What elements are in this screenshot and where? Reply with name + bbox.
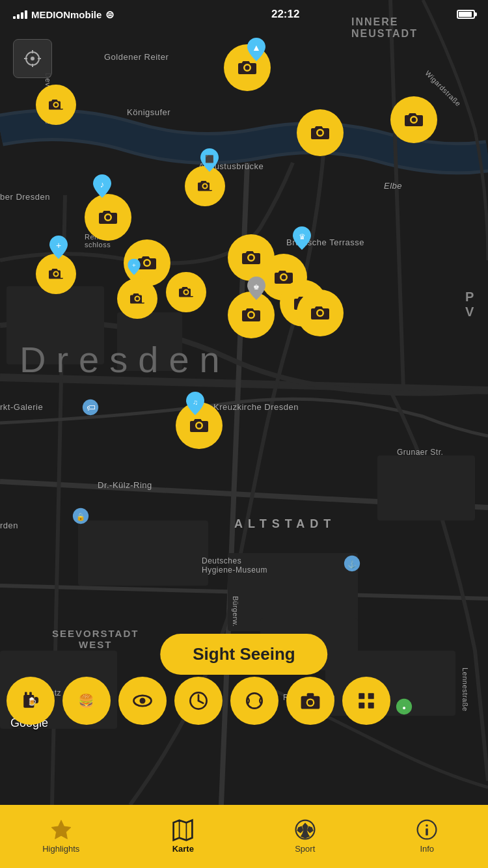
- svg-text:▲: ▲: [252, 42, 261, 53]
- map-marker-camera-11[interactable]: [166, 272, 206, 312]
- svg-marker-63: [297, 826, 303, 834]
- map-icon: [171, 818, 195, 841]
- map-marker-poi-8[interactable]: 🏷: [81, 396, 100, 419]
- carrier-label: MEDIONmobile: [31, 9, 102, 20]
- svg-marker-62: [302, 822, 308, 830]
- map-marker-poi-3[interactable]: +: [49, 236, 68, 259]
- map-marker-camera-6[interactable]: [85, 194, 131, 241]
- label-rden: rden: [0, 521, 18, 530]
- map-marker-camera-5[interactable]: [185, 166, 225, 206]
- soccer-icon: [293, 818, 317, 841]
- nav-item-highlights[interactable]: Highlights: [0, 813, 122, 854]
- svg-text:🍔: 🍔: [78, 693, 94, 709]
- map-marker-poi-5[interactable]: ♛: [293, 226, 311, 250]
- svg-marker-64: [306, 826, 313, 834]
- nav-label-sport: Sport: [295, 844, 315, 854]
- svg-text:🍺: 🍺: [27, 697, 37, 706]
- map-marker-camera-4[interactable]: [390, 96, 437, 143]
- svg-rect-55: [359, 703, 364, 709]
- svg-rect-39: [25, 692, 27, 696]
- map-marker-poi-4[interactable]: +: [128, 258, 141, 275]
- wifi-icon: ⊜: [105, 8, 114, 21]
- status-right: [457, 10, 475, 19]
- svg-text:+: +: [132, 262, 136, 269]
- svg-rect-68: [426, 828, 428, 835]
- info-icon: [415, 818, 439, 841]
- label-goldener-reiter: Goldener Reiter: [104, 52, 169, 62]
- location-button[interactable]: [13, 39, 52, 78]
- clock: 22:12: [271, 8, 299, 21]
- status-bar: MEDIONmobile ⊜ 22:12: [0, 0, 488, 29]
- city-name-label: Dresden: [20, 338, 230, 381]
- nav-item-karte[interactable]: Karte: [122, 813, 245, 854]
- category-btn-schedule[interactable]: [174, 677, 223, 725]
- svg-line-47: [198, 701, 203, 703]
- svg-text:🏷: 🏷: [87, 403, 95, 413]
- svg-rect-9: [78, 521, 208, 586]
- map-marker-poi-7[interactable]: ♫: [186, 392, 204, 415]
- map-marker-camera-3[interactable]: [297, 109, 344, 156]
- district-altstadt: ALTSTADT: [234, 517, 336, 531]
- label-kreuzkirche: Kreuzkirche Dresden: [213, 402, 299, 412]
- nav-label-highlights: Highlights: [42, 844, 79, 854]
- map-marker-poi-2[interactable]: ♪: [93, 174, 111, 198]
- signal-bars: [13, 10, 27, 19]
- label-p: PV: [465, 290, 474, 319]
- compass-icon: [23, 49, 42, 68]
- svg-text:+: +: [56, 240, 61, 251]
- svg-point-16: [31, 57, 34, 61]
- svg-rect-54: [368, 693, 374, 699]
- category-btn-sport[interactable]: [230, 677, 278, 725]
- svg-marker-57: [51, 821, 71, 839]
- svg-point-51: [308, 700, 313, 705]
- label-kulz-ring: Dr.-Külz-Ring: [98, 480, 152, 490]
- map-marker-poi-1[interactable]: ▲: [247, 38, 265, 61]
- svg-rect-40: [29, 692, 32, 696]
- category-btn-camera[interactable]: [286, 677, 334, 725]
- svg-text:🔒: 🔒: [76, 512, 85, 521]
- label-konigsufer: Königsufer: [127, 107, 170, 117]
- nav-item-info[interactable]: Info: [366, 813, 489, 854]
- svg-marker-58: [174, 821, 193, 841]
- svg-text:⬛: ⬛: [205, 154, 214, 163]
- label-grunaer: Grunaer Str.: [397, 448, 443, 457]
- label-rkt-galerie: rkt-Galerie: [0, 402, 43, 412]
- svg-point-44: [140, 698, 146, 704]
- svg-rect-11: [377, 455, 475, 521]
- svg-text:♚: ♚: [253, 283, 260, 291]
- category-btn-food[interactable]: 🍔: [62, 677, 111, 725]
- label-ber-dresden: ber Dresden: [0, 192, 50, 202]
- map-marker-camera-7[interactable]: [36, 254, 76, 294]
- label-hygiene-museum: DeutschesHygiene-Museum: [202, 556, 267, 575]
- svg-rect-52: [307, 693, 314, 696]
- svg-point-67: [426, 824, 428, 827]
- svg-text:♪: ♪: [100, 180, 105, 189]
- label-burgerw: Bürgerw.: [232, 596, 239, 627]
- map-container[interactable]: INNERENEUSTADT Goldener Reiter Königsufe…: [0, 0, 488, 805]
- nav-item-sport[interactable]: Sport: [244, 813, 366, 854]
- svg-text:♛: ♛: [299, 232, 306, 241]
- svg-text:♫: ♫: [193, 398, 198, 406]
- map-marker-camera-12[interactable]: [117, 278, 157, 319]
- map-marker-poi-9[interactable]: 🔒: [72, 504, 90, 528]
- map-marker-poi-11[interactable]: ⚓: [343, 552, 361, 575]
- district-seevorstadt: SEEVORSTADTWEST: [52, 628, 139, 650]
- nav-label-info: Info: [420, 844, 434, 854]
- category-btn-more[interactable]: [342, 677, 390, 725]
- svg-text:⚓: ⚓: [347, 560, 357, 569]
- status-left: MEDIONmobile ⊜: [13, 8, 114, 21]
- map-marker-camera-2[interactable]: [36, 85, 76, 125]
- svg-rect-53: [359, 693, 364, 699]
- label-elbe: Elbe: [384, 181, 402, 191]
- category-filter-bar: 🍺 🍔: [0, 668, 488, 733]
- category-btn-beer[interactable]: 🍺: [7, 677, 55, 725]
- map-marker-poi-6[interactable]: ⬛: [200, 148, 219, 172]
- nav-label-karte: Karte: [172, 844, 194, 854]
- svg-rect-56: [368, 703, 374, 709]
- map-marker-poi-10[interactable]: ♚: [247, 277, 265, 300]
- map-marker-camera-15[interactable]: [297, 290, 344, 336]
- bottom-nav: Highlights Karte Sport Info: [0, 805, 488, 868]
- category-btn-sightseeing[interactable]: [118, 677, 167, 725]
- star-icon: [49, 818, 73, 841]
- battery-icon: [457, 10, 475, 19]
